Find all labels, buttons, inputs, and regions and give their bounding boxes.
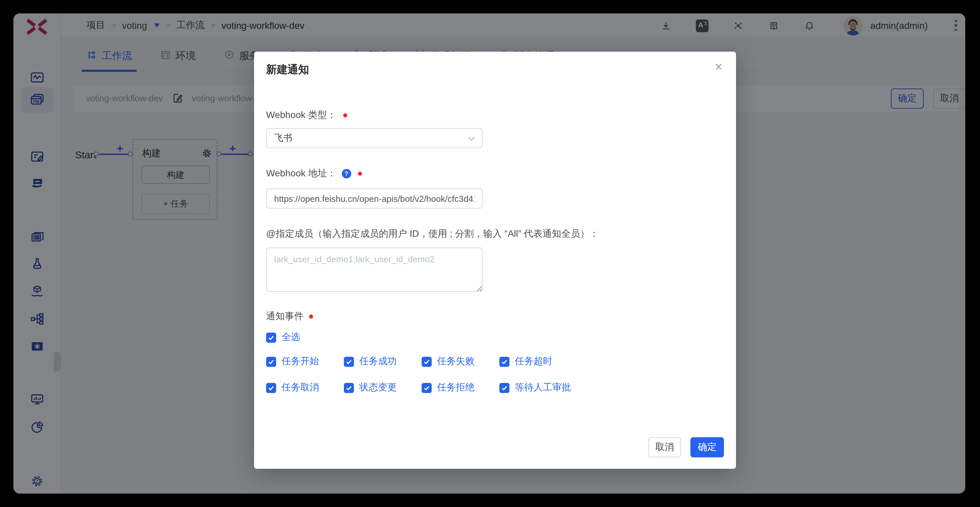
events-label: 通知事件 [266,311,313,322]
dialog-confirm-button[interactable]: 确定 [690,437,724,458]
checkbox-checked-icon [422,356,432,367]
required-dot-icon [358,172,362,176]
checkbox-checked-icon [422,383,432,393]
checkbox-task-fail[interactable]: 任务失败 [422,356,474,368]
checkbox-task-success[interactable]: 任务成功 [344,356,397,368]
checkbox-task-reject[interactable]: 任务拒绝 [422,382,474,394]
required-dot-icon [309,314,313,319]
screen: PM Z › [0,0,980,507]
checkbox-checked-icon [344,356,354,367]
webhook-url-input[interactable] [266,188,483,209]
checkbox-checked-icon [266,332,276,342]
webhook-url-label: Webhook 地址： ? [266,167,362,180]
checkbox-wait-manual-approval[interactable]: 等待人工审批 [500,382,571,394]
chevron-down-icon [468,136,475,142]
checkbox-checked-icon [344,383,354,393]
checkbox-task-cancel[interactable]: 任务取消 [266,382,319,394]
dialog-cancel-button[interactable]: 取消 [648,437,681,458]
members-textarea[interactable] [266,247,483,292]
checkbox-select-all[interactable]: 全选 [266,331,300,343]
checkbox-task-timeout[interactable]: 任务超时 [500,356,552,368]
dialog-title: 新建通知 [266,63,309,77]
close-icon[interactable]: ✕ [712,61,725,74]
webhook-type-label: Webhook 类型： [266,109,347,121]
new-notification-dialog: 新建通知 ✕ Webhook 类型： 飞书 Webhook 地址： ? @指定成… [254,52,736,469]
checkbox-checked-icon [500,356,509,367]
checkbox-checked-icon [500,383,509,393]
help-icon[interactable]: ? [342,169,351,179]
checkbox-task-start[interactable]: 任务开始 [266,356,319,368]
members-label: @指定成员（输入指定成员的用户 ID，使用 ; 分割，输入 “All” 代表通知… [266,228,599,240]
checkbox-checked-icon [266,356,276,367]
required-dot-icon [343,113,347,117]
webhook-type-select[interactable]: 飞书 [266,128,483,148]
checkbox-status-change[interactable]: 状态变更 [344,382,397,394]
checkbox-checked-icon [266,383,276,393]
